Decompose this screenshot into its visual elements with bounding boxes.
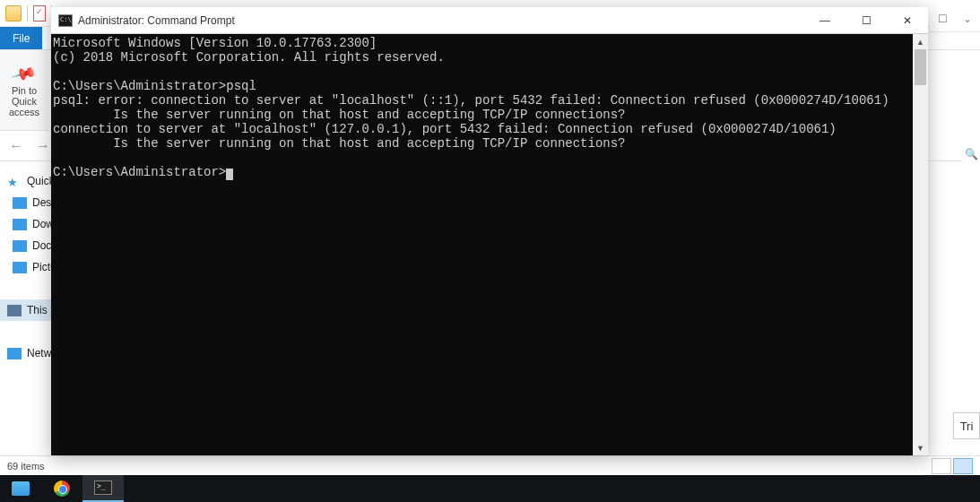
sidebar-item-label: This PC bbox=[27, 304, 52, 316]
cmd-title: Administrator: Command Prompt bbox=[78, 14, 235, 27]
cmd-line: Microsoft Windows [Version 10.0.17763.23… bbox=[53, 36, 377, 50]
view-details-button[interactable] bbox=[932, 458, 951, 474]
back-arrow-icon[interactable]: ← bbox=[5, 136, 27, 156]
right-panel-fragment: Tri bbox=[953, 412, 980, 439]
taskbar-cmd[interactable] bbox=[82, 475, 124, 502]
scroll-down-icon[interactable]: ▼ bbox=[913, 440, 928, 455]
chrome-icon bbox=[54, 480, 70, 497]
sidebar-item-label: Pictures bbox=[32, 261, 52, 273]
cmd-window: Administrator: Command Prompt — ☐ ✕ Micr… bbox=[51, 7, 928, 455]
cmd-titlebar[interactable]: Administrator: Command Prompt — ☐ ✕ bbox=[51, 7, 928, 34]
sidebar-item-label: Network bbox=[27, 347, 52, 359]
file-explorer-icon bbox=[12, 481, 30, 496]
cursor bbox=[226, 169, 233, 180]
pin-icon: 📌 bbox=[11, 59, 38, 86]
cmd-icon bbox=[58, 14, 73, 27]
net-icon bbox=[7, 348, 22, 359]
minimize-button[interactable]: — bbox=[804, 7, 846, 34]
cmd-body-wrap: Microsoft Windows [Version 10.0.17763.23… bbox=[51, 34, 928, 455]
close-button[interactable]: ✕ bbox=[887, 7, 928, 34]
cmd-scrollbar[interactable]: ▲ ▼ bbox=[913, 34, 928, 455]
sidebar-item-downloads[interactable]: Downloads bbox=[0, 213, 52, 235]
pin-label: Pin to Quick access bbox=[0, 85, 48, 117]
explorer-statusbar: 69 items bbox=[0, 455, 980, 475]
explorer-sidebar: Quick accessDesktopDownloadsDocumentsPic… bbox=[0, 170, 52, 464]
star-icon bbox=[7, 176, 22, 187]
sidebar-item-quick-access[interactable]: Quick access bbox=[0, 170, 52, 192]
taskbar bbox=[0, 475, 980, 502]
sidebar-item-label: Downloads bbox=[32, 218, 52, 230]
status-item-count: 69 items bbox=[7, 461, 45, 472]
cmd-output[interactable]: Microsoft Windows [Version 10.0.17763.23… bbox=[51, 34, 913, 455]
sidebar-item-label: Documents bbox=[32, 239, 52, 252]
cmd-line: Is the server running on that host and a… bbox=[53, 108, 626, 122]
document-icon bbox=[33, 5, 46, 22]
desk-icon bbox=[13, 219, 27, 230]
sidebar-item-pictures[interactable]: Pictures bbox=[0, 256, 52, 278]
pic-icon bbox=[13, 262, 27, 273]
scroll-track[interactable] bbox=[913, 49, 928, 440]
maximize-button[interactable]: ☐ bbox=[846, 7, 887, 34]
file-tab[interactable]: File bbox=[0, 27, 42, 49]
sidebar-item-desktop[interactable]: Desktop bbox=[0, 192, 52, 213]
sidebar-item-label: Quick access bbox=[27, 175, 52, 187]
cmd-taskbar-icon bbox=[94, 480, 112, 495]
ribbon-pin-group[interactable]: 📌 Pin to Quick access bbox=[0, 50, 48, 131]
scroll-up-icon[interactable]: ▲ bbox=[913, 34, 928, 49]
separator bbox=[27, 5, 28, 22]
sidebar-item-this-pc[interactable]: This PC bbox=[0, 299, 52, 321]
cmd-line: connection to server at "localhost" (127… bbox=[53, 122, 837, 136]
cmd-line: psql: error: connection to server at "lo… bbox=[53, 93, 889, 108]
bg-window-controls: ☐ ⌄ bbox=[930, 5, 980, 32]
sidebar-item-documents[interactable]: Documents bbox=[0, 235, 52, 256]
cmd-line: C:\Users\Administrator>psql bbox=[53, 79, 256, 93]
scroll-thumb[interactable] bbox=[915, 49, 926, 85]
bg-chevron-icon[interactable]: ⌄ bbox=[963, 13, 972, 25]
doc-icon bbox=[13, 240, 27, 252]
sidebar-item-network[interactable]: Network bbox=[0, 342, 52, 364]
sidebar-item-label: Desktop bbox=[32, 196, 52, 209]
taskbar-file-explorer[interactable] bbox=[0, 475, 41, 502]
view-icons-button[interactable] bbox=[953, 458, 973, 474]
cmd-line: C:\Users\Administrator> bbox=[53, 165, 226, 179]
pc-icon bbox=[7, 305, 22, 316]
bg-maximize-icon[interactable]: ☐ bbox=[938, 13, 948, 25]
folder-icon bbox=[5, 5, 22, 22]
bg-search-icon[interactable]: 🔍 bbox=[962, 142, 980, 167]
cmd-line: Is the server running on that host and a… bbox=[53, 136, 626, 151]
taskbar-chrome[interactable] bbox=[41, 475, 82, 502]
cmd-line: (c) 2018 Microsoft Corporation. All righ… bbox=[53, 50, 445, 65]
desk-icon bbox=[13, 197, 27, 209]
